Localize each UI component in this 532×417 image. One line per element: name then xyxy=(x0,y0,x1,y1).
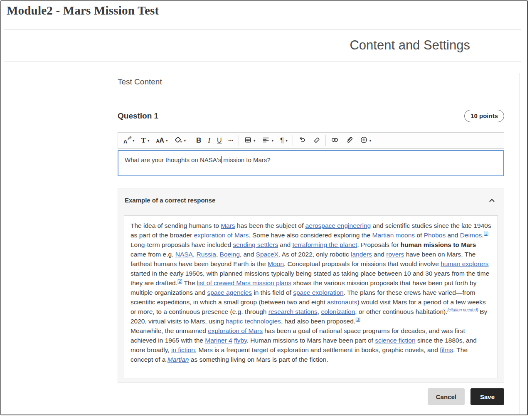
header-divider xyxy=(4,29,521,30)
paint-bucket-icon xyxy=(174,136,182,146)
inline-link[interactable]: human explorers xyxy=(441,260,488,267)
chevron-up-icon[interactable] xyxy=(488,197,496,205)
question-text-input[interactable]: What are your thoughts on NASA's mission… xyxy=(118,150,504,176)
inline-link[interactable]: terraforming the planet xyxy=(292,241,357,248)
serif-t-icon: T xyxy=(141,136,146,145)
citation-ref: [1] xyxy=(484,231,489,236)
bold-icon: B xyxy=(196,136,201,145)
tab-content-and-settings[interactable]: Content and Settings xyxy=(350,38,470,52)
inline-link[interactable]: [citation needed] xyxy=(448,308,478,312)
chevron-down-icon: ▾ xyxy=(133,138,135,143)
undo-icon xyxy=(298,136,306,146)
inline-link[interactable]: Phobos xyxy=(424,232,446,239)
bold-button[interactable]: B xyxy=(193,133,204,148)
inline-link[interactable]: sending settlers xyxy=(233,241,278,248)
chevron-down-icon: ▾ xyxy=(166,138,168,143)
insert-content-button[interactable]: ▾ xyxy=(357,133,375,148)
font-size-button[interactable]: AA▾ xyxy=(153,133,171,148)
inline-link[interactable]: astronauts xyxy=(327,299,357,306)
text-color-button[interactable]: A✎▾ xyxy=(120,133,138,148)
inline-link[interactable]: research stations xyxy=(268,308,318,315)
inline-link[interactable]: Russia xyxy=(197,251,216,258)
question-header-row: Question 1 10 points xyxy=(118,110,504,122)
question-title: Question 1 xyxy=(118,111,158,121)
example-response-header[interactable]: Example of a correct response xyxy=(118,188,504,204)
pilcrow-icon: ¶ xyxy=(280,136,284,145)
inline-link[interactable]: Martian moons xyxy=(372,232,415,239)
attach-file-button[interactable] xyxy=(342,133,357,148)
inline-link[interactable]: rovers xyxy=(386,251,404,258)
example-response-panel: Example of a correct response The idea o… xyxy=(118,188,504,383)
inline-link[interactable]: NASA xyxy=(175,251,193,258)
inline-link[interactable]: [2] xyxy=(177,279,182,284)
text-style-button[interactable]: T▾ xyxy=(138,133,153,148)
inline-link[interactable]: [3] xyxy=(355,317,360,322)
inline-link[interactable]: in fiction xyxy=(171,346,195,353)
save-button[interactable]: Save xyxy=(470,388,504,405)
inline-link[interactable]: films xyxy=(440,346,453,353)
chevron-down-icon: ▾ xyxy=(148,138,150,143)
pen-a-icon: A✎ xyxy=(123,136,131,145)
chevron-down-icon: ▾ xyxy=(369,138,372,143)
inline-link[interactable]: SpaceX xyxy=(256,251,278,258)
inline-link[interactable]: [1] xyxy=(484,231,489,236)
inline-link[interactable]: Moon xyxy=(268,260,284,267)
example-response-text[interactable]: The idea of sending humans to Mars has b… xyxy=(124,215,498,378)
table-icon xyxy=(244,136,252,146)
underline-icon: U xyxy=(217,137,222,144)
inline-link[interactable]: science fiction xyxy=(375,337,415,344)
inline-link[interactable]: landers xyxy=(351,251,372,258)
font-size-icon: AA xyxy=(156,137,164,144)
inline-link[interactable]: Martian xyxy=(167,356,189,363)
inline-link[interactable]: exploration of Mars xyxy=(194,232,249,239)
inline-link[interactable]: flyby xyxy=(234,337,247,344)
italic-icon: I xyxy=(208,136,210,145)
inline-link[interactable]: colonization xyxy=(321,308,355,315)
undo-button[interactable] xyxy=(295,133,309,148)
paragraph-format-button[interactable]: ¶▾ xyxy=(277,133,291,148)
inline-link[interactable]: space agencies xyxy=(207,289,252,296)
clear-formatting-button[interactable] xyxy=(309,133,324,148)
inline-link[interactable]: Boeing xyxy=(220,251,240,258)
chevron-down-icon: ▾ xyxy=(184,138,186,143)
inline-link[interactable]: haptic technologies xyxy=(226,318,281,325)
paperclip-icon xyxy=(345,136,353,146)
inline-link[interactable]: Mars xyxy=(221,222,235,229)
italic-button[interactable]: I xyxy=(204,133,214,148)
app-window: Module2 - Mars Mission Test Content and … xyxy=(0,0,528,415)
toolbar-divider xyxy=(191,135,191,146)
citation-ref: [citation needed] xyxy=(448,307,478,312)
underline-button[interactable]: U xyxy=(214,133,225,148)
example-paragraph: The idea of sending humans to Mars has b… xyxy=(131,221,491,326)
page-title: Module2 - Mars Mission Test xyxy=(7,4,159,17)
citation-ref: [2] xyxy=(177,279,182,284)
insert-table-button[interactable]: ▾ xyxy=(241,133,259,148)
panel-edge-divider xyxy=(520,73,520,415)
footer-actions: Cancel Save xyxy=(118,388,504,405)
tab-divider xyxy=(4,62,521,62)
example-paragraph: Meanwhile, the unmanned exploration of M… xyxy=(131,326,491,364)
toolbar-divider xyxy=(293,135,293,146)
inline-link[interactable]: aerospace engineering xyxy=(305,222,371,229)
insert-link-button[interactable] xyxy=(328,133,342,148)
plus-circle-icon xyxy=(360,136,368,146)
example-response-label: Example of a correct response xyxy=(125,197,215,204)
tab-bar: Content and Settings xyxy=(1,38,527,53)
citation-ref: [3] xyxy=(355,317,360,322)
highlight-color-button[interactable]: ▾ xyxy=(171,133,189,148)
cancel-button[interactable]: Cancel xyxy=(428,388,465,405)
link-icon xyxy=(331,136,339,146)
ellipsis-icon: ••• xyxy=(229,138,234,143)
bold-text: human missions to Mars xyxy=(401,241,476,248)
align-left-icon xyxy=(262,136,270,146)
chevron-down-icon: ▾ xyxy=(286,138,288,143)
inline-link[interactable]: Deimos xyxy=(460,232,482,239)
inline-link[interactable]: list of crewed Mars mission plans xyxy=(197,279,291,286)
inline-link[interactable]: Mariner 4 xyxy=(205,337,232,344)
inline-link[interactable]: space exploration xyxy=(293,289,344,296)
text-align-button[interactable]: ▾ xyxy=(259,133,277,148)
inline-link[interactable]: exploration of Mars xyxy=(208,327,263,334)
more-options-button[interactable]: ••• xyxy=(225,133,237,148)
input-text-after-caret: mission to Mars? xyxy=(222,156,271,163)
points-badge[interactable]: 10 points xyxy=(464,110,504,122)
